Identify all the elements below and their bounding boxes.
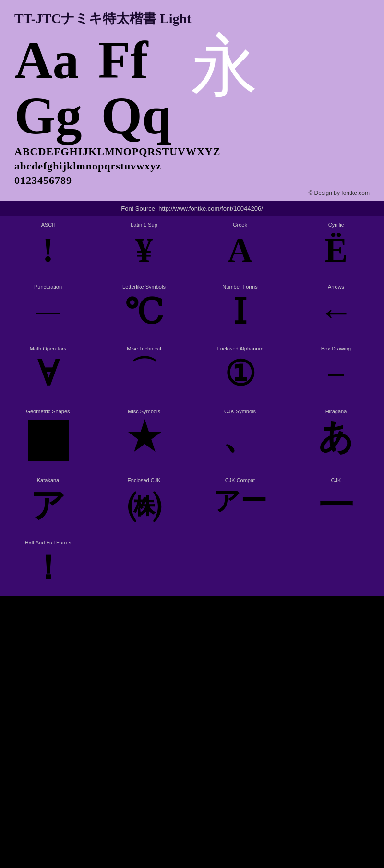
cell-numberforms: Number Forms Ⅰ: [192, 278, 288, 340]
cell-katakana: Katakana ア: [0, 471, 96, 533]
glyph-cjkcompat: アー: [197, 487, 283, 516]
label-hiragana: Hiragana: [293, 409, 379, 414]
label-ascii: ASCII: [5, 222, 91, 228]
charset-row-3: Math Operators ∀ Misc Technical ⌒ Enclos…: [0, 340, 384, 403]
cell-cjksym: CJK Symbols 、: [192, 403, 288, 471]
label-encalpha: Enclosed Alphanum: [197, 346, 283, 351]
cell-empty-2: [192, 534, 288, 596]
cell-greek: Greek Α: [192, 216, 288, 278]
font-source-text: Font Source: http://www.fontke.com/font/…: [121, 205, 263, 212]
cell-geoshapes: Geometric Shapes: [0, 403, 96, 471]
glyph-geoshapes: [28, 420, 69, 461]
cell-arrows: Arrows ←: [288, 278, 384, 340]
charset-row-1: ASCII ! Latin 1 Sup ¥ Greek Α Cyrillic Ë: [0, 216, 384, 278]
cell-hiragana: Hiragana あ: [288, 403, 384, 471]
label-greek: Greek: [197, 222, 283, 228]
glyph-enclosedcjk: ㈱: [101, 487, 187, 525]
glyph-punctuation: —: [5, 293, 91, 329]
label-cjk: CJK: [293, 477, 379, 483]
cell-boxdraw: Box Drawing ─: [288, 340, 384, 403]
glyph-latin1sup: ¥: [101, 231, 187, 269]
cell-ascii: ASCII !: [0, 216, 96, 278]
cell-letterlike: Letterlike Symbols ℃: [96, 278, 192, 340]
glyph-letterlike: ℃: [101, 293, 187, 331]
glyph-mathop: ∀: [5, 355, 91, 393]
label-mathop: Math Operators: [5, 346, 91, 351]
glyph-cjk: 一: [293, 487, 379, 525]
copyright: © Design by fontke.com: [14, 190, 370, 196]
char-ff: Ff: [98, 33, 148, 88]
char-aa: Aa: [14, 33, 79, 88]
kanji-char: 永: [191, 33, 258, 100]
glyph-katakana: ア: [5, 487, 91, 525]
glyph-ascii: !: [5, 231, 91, 269]
large-chars-display: Aa Ff Gg Qq 永: [14, 33, 370, 144]
label-geoshapes: Geometric Shapes: [5, 409, 91, 414]
char-qq: Qq: [101, 88, 172, 144]
glyph-numberforms: Ⅰ: [197, 293, 283, 331]
glyph-cjksym: 、: [197, 418, 283, 456]
glyph-encalpha: ①: [197, 355, 283, 393]
top-section: TT-JTCナミキ特太楷書 Light Aa Ff Gg Qq 永 ABCDEF…: [0, 0, 384, 201]
cell-miscsym: Misc Symbols ★: [96, 403, 192, 471]
cell-halffull: Half And Full Forms ！: [0, 534, 96, 596]
cell-cyrillic: Cyrillic Ë: [288, 216, 384, 278]
cell-punctuation: Punctuation —: [0, 278, 96, 340]
cell-empty-1: [96, 534, 192, 596]
label-cyrillic: Cyrillic: [293, 222, 379, 228]
alphabet-lower: abcdefghijklmnopqrstuvwxyz: [14, 160, 370, 172]
cell-enclosedcjk: Enclosed CJK ㈱: [96, 471, 192, 533]
label-enclosedcjk: Enclosed CJK: [101, 477, 187, 483]
glyph-cyrillic: Ë: [293, 231, 379, 269]
label-punctuation: Punctuation: [5, 284, 91, 289]
glyph-hiragana: あ: [293, 418, 379, 456]
label-boxdraw: Box Drawing: [293, 346, 379, 351]
alphabet-upper: ABCDEFGHIJKLMNOPQRSTUVWXYZ: [14, 145, 370, 158]
label-numberforms: Number Forms: [197, 284, 283, 289]
cell-misctech: Misc Technical ⌒: [96, 340, 192, 403]
font-title: TT-JTCナミキ特太楷書 Light: [14, 10, 370, 28]
cell-latin1sup: Latin 1 Sup ¥: [96, 216, 192, 278]
cell-cjk: CJK 一: [288, 471, 384, 533]
label-halffull: Half And Full Forms: [5, 540, 91, 545]
cell-mathop: Math Operators ∀: [0, 340, 96, 403]
bottom-section: Font Source: http://www.fontke.com/font/…: [0, 201, 384, 596]
char-gg: Gg: [14, 88, 82, 144]
label-latin1sup: Latin 1 Sup: [101, 222, 187, 228]
glyph-arrows: ←: [293, 293, 379, 331]
cell-empty-3: [288, 534, 384, 596]
glyph-halffull: ！: [5, 549, 91, 587]
label-arrows: Arrows: [293, 284, 379, 289]
latin-chars-grid: Aa Ff Gg Qq: [14, 33, 171, 144]
cell-encalpha: Enclosed Alphanum ①: [192, 340, 288, 403]
charset-row-4: Geometric Shapes Misc Symbols ★ CJK Symb…: [0, 403, 384, 471]
label-cjkcompat: CJK Compat: [197, 477, 283, 483]
charset-row-6: Half And Full Forms ！: [0, 534, 384, 596]
label-miscsym: Misc Symbols: [101, 409, 187, 414]
digits-row: 0123456789: [14, 174, 370, 187]
glyph-boxdraw: ─: [293, 355, 379, 394]
charset-row-5: Katakana ア Enclosed CJK ㈱ CJK Compat アー …: [0, 471, 384, 533]
glyph-misctech: ⌒: [101, 355, 187, 385]
cell-cjkcompat: CJK Compat アー: [192, 471, 288, 533]
label-cjksym: CJK Symbols: [197, 409, 283, 414]
glyph-greek: Α: [197, 231, 283, 269]
label-katakana: Katakana: [5, 477, 91, 483]
label-letterlike: Letterlike Symbols: [101, 284, 187, 289]
font-source-bar: Font Source: http://www.fontke.com/font/…: [0, 201, 384, 216]
charset-row-2: Punctuation — Letterlike Symbols ℃ Numbe…: [0, 278, 384, 340]
label-misctech: Misc Technical: [101, 346, 187, 351]
glyph-miscsym: ★: [101, 418, 187, 457]
